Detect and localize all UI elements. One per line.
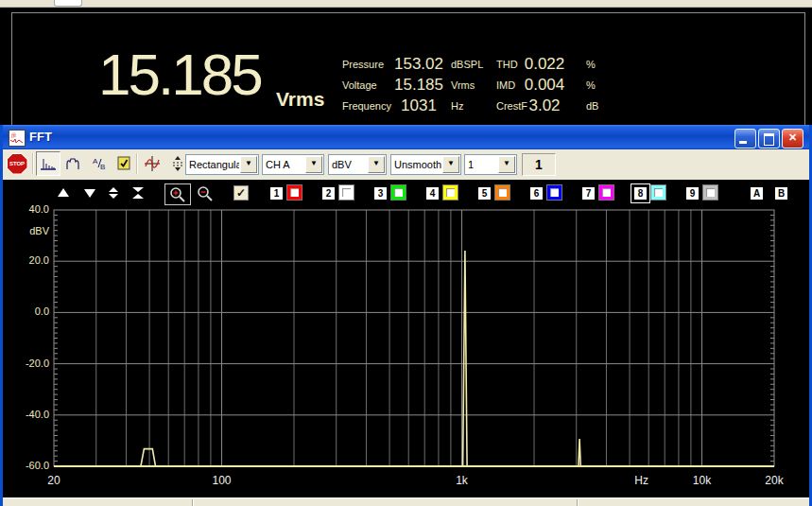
combo-value: CH A: [263, 159, 304, 170]
maximize-icon: [764, 133, 774, 146]
background-window-tab: [54, 0, 82, 7]
y-axis-label: -60.0: [5, 460, 49, 471]
average-count-display: 1: [522, 153, 556, 176]
reading-value: 153.02: [386, 54, 452, 75]
svg-text:fft: fft: [11, 132, 16, 138]
y-axis-label: -20.0: [5, 358, 49, 369]
meter-window: 15.185 Vrms Pressure 153.02 dBSPL Voltag…: [0, 0, 812, 125]
spectrum-icon: [40, 156, 57, 171]
fft-window: fft FFT ✕ STOP: [0, 125, 812, 506]
toolbar-separator: [136, 153, 138, 174]
status-bar: [3, 497, 809, 506]
smoothing-combo[interactable]: Unsmoothed ▼: [390, 154, 461, 175]
fft-window-combo[interactable]: Rectangular ▼: [185, 154, 259, 175]
reading-value: 1031: [386, 96, 452, 116]
spectrum-chart[interactable]: 40.020.00.0-20.0-40.0-60.0dBV201001kHz10…: [3, 180, 809, 497]
status-divider: [192, 499, 194, 506]
svg-text:B: B: [100, 163, 105, 171]
ab-overlay-icon: A B: [91, 156, 108, 171]
combo-value: dBV: [329, 159, 367, 170]
options-check-icon: [115, 155, 132, 172]
options-button[interactable]: [112, 151, 136, 176]
combo-value: 1: [465, 159, 497, 170]
reading-unit: dB: [586, 96, 598, 116]
reading-value: 0.022: [517, 54, 572, 75]
meter-row: CrestF 3.02 dB: [496, 96, 685, 116]
chevron-down-icon[interactable]: ▼: [442, 156, 459, 173]
plot-panel: ✓ 123456789AB 40.020.00.0-20.0-40.0-60.0…: [3, 180, 809, 497]
chevron-down-icon[interactable]: ▼: [498, 156, 515, 173]
stop-icon: STOP: [7, 153, 28, 175]
chevron-down-icon[interactable]: ▼: [240, 156, 257, 173]
reading-unit: Vrms: [451, 75, 475, 96]
reading-value: 0.004: [517, 75, 572, 96]
svg-text:A: A: [93, 157, 98, 166]
curve-outline-icon: [65, 156, 82, 171]
fft-window-icon: fft: [9, 130, 26, 147]
chevron-down-icon[interactable]: ▼: [368, 156, 385, 173]
ab-overlay-button[interactable]: A B: [87, 151, 112, 176]
transfer-function-icon: [144, 155, 161, 172]
x-axis-label: 20k: [765, 474, 783, 487]
reading-value: 3.02: [517, 96, 572, 116]
minimize-button[interactable]: [734, 129, 756, 148]
spectrum-trace: [54, 251, 774, 466]
autoscale-icon: [170, 155, 185, 172]
minimize-icon: [739, 141, 747, 144]
reading-unit: %: [586, 75, 596, 96]
x-axis-label: 100: [213, 474, 232, 487]
reading-unit: Hz: [451, 96, 463, 116]
meter-row: THD 0.022 %: [496, 54, 685, 75]
status-divider: [577, 499, 579, 506]
averages-combo[interactable]: 1 ▼: [464, 154, 517, 175]
spectrum-view-button[interactable]: [36, 151, 60, 176]
x-axis-label: 20: [47, 474, 60, 487]
x-axis-label: 1k: [456, 474, 468, 487]
background-window-edge: [0, 0, 812, 8]
maximize-button[interactable]: [758, 129, 780, 148]
window-title: FFT: [29, 130, 52, 144]
curve-view-button[interactable]: [61, 151, 86, 176]
title-bar[interactable]: fft FFT ✕: [3, 125, 809, 149]
close-button[interactable]: ✕: [782, 129, 803, 148]
meter-row: IMD 0.004 %: [496, 75, 685, 96]
channel-combo[interactable]: CH A ▼: [262, 154, 324, 175]
toolbar-separator: [32, 153, 34, 174]
main-voltage-readout: 15.185: [98, 45, 287, 104]
toolbar: STOP A B: [3, 149, 809, 180]
close-icon: ✕: [788, 131, 797, 143]
x-axis-label: 10k: [693, 474, 711, 487]
transfer-function-button[interactable]: [140, 151, 164, 176]
y-axis-label: -40.0: [5, 409, 49, 420]
main-voltage-unit: Vrms: [276, 88, 324, 111]
y-axis-unit-label: dBV: [5, 225, 49, 236]
reading-unit: dBSPL: [451, 54, 483, 75]
x-axis-label: Hz: [634, 474, 648, 487]
y-axis-label: 20.0: [5, 254, 49, 266]
reading-value: 15.185: [386, 75, 452, 96]
combo-value: Rectangular: [186, 159, 239, 170]
units-combo[interactable]: dBV ▼: [328, 154, 387, 175]
chevron-down-icon[interactable]: ▼: [305, 156, 322, 173]
reading-unit: %: [586, 54, 596, 75]
y-axis-label: 0.0: [5, 305, 49, 317]
y-axis-label: 40.0: [5, 203, 49, 215]
combo-value: Unsmoothed: [391, 159, 441, 170]
stop-button[interactable]: STOP: [5, 151, 29, 176]
spectrum-plot-svg: [3, 180, 809, 497]
